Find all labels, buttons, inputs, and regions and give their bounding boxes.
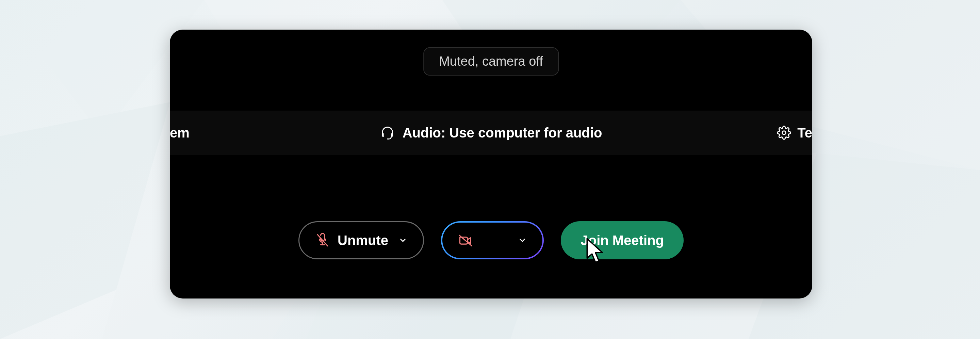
unmute-button[interactable]: Unmute <box>298 221 424 259</box>
svg-point-9 <box>782 131 786 135</box>
status-tooltip: Muted, camera off <box>423 47 559 76</box>
meeting-preview-panel: Muted, camera off em Audio: Use computer… <box>170 30 812 299</box>
headset-icon <box>380 125 395 140</box>
chevron-down-icon[interactable] <box>518 236 527 245</box>
mic-muted-icon <box>315 233 330 248</box>
options-bar: em Audio: Use computer for audio Te <box>170 111 812 155</box>
start-video-button[interactable]: Start video <box>441 221 544 259</box>
chevron-down-icon[interactable] <box>398 236 407 245</box>
status-text: Muted, camera off <box>439 54 543 68</box>
left-cropped-text: em <box>170 125 189 140</box>
audio-option[interactable]: Audio: Use computer for audio <box>380 125 602 140</box>
controls-row: Unmute Start video <box>170 221 812 259</box>
start-video-label: Start video <box>482 237 508 244</box>
join-meeting-button[interactable]: Join Meeting <box>561 221 683 259</box>
join-meeting-label: Join Meeting <box>581 233 663 248</box>
audio-option-label: Audio: Use computer for audio <box>402 125 602 140</box>
gear-icon <box>777 126 791 140</box>
camera-off-icon <box>458 233 474 248</box>
settings-label-fragment: Te <box>797 125 812 140</box>
settings-option-cropped[interactable]: Te <box>777 125 812 140</box>
unmute-label: Unmute <box>337 233 388 248</box>
